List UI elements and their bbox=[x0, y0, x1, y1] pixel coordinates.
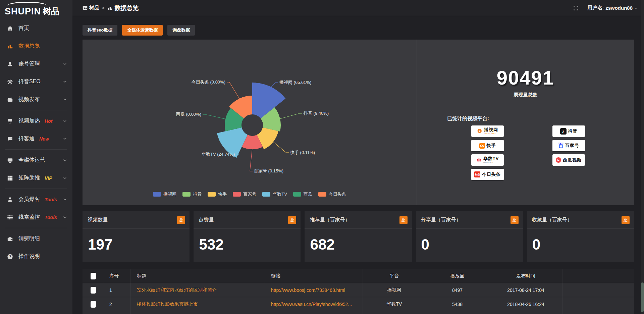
chat-icon bbox=[7, 136, 13, 142]
legend-item-1[interactable]: 抖音 bbox=[182, 191, 202, 197]
logo-arc-icon bbox=[7, 2, 47, 6]
video-title-link[interactable]: 楼体投影灯投影效果震撼上市 bbox=[131, 297, 265, 311]
video-url-link[interactable]: http://www.boosj.com/7338468.html bbox=[265, 283, 363, 297]
home-icon bbox=[7, 25, 13, 32]
app-logo[interactable]: SHUPIN 树品 bbox=[0, 0, 72, 19]
table-row-partial[interactable] bbox=[83, 311, 634, 314]
legend-item-6[interactable]: 今日头条 bbox=[318, 191, 346, 197]
sidebar-item-10[interactable]: 矩阵助推VIP bbox=[0, 169, 72, 187]
total-impressions-value: 90491 bbox=[417, 66, 634, 89]
stat-card-label: 视频数量 bbox=[88, 217, 108, 223]
douyin-icon: ♪ bbox=[560, 128, 567, 135]
legend-swatch bbox=[262, 192, 270, 197]
sidebar-item-7[interactable]: 抖客通New bbox=[0, 130, 72, 148]
stat-card-value: 197 bbox=[83, 229, 190, 253]
monitor-icon bbox=[7, 157, 13, 164]
user-menu[interactable]: 用户名: zswodun88 bbox=[587, 5, 638, 11]
page-scrollbar[interactable] bbox=[641, 0, 644, 314]
sidebar-item-badge: VIP bbox=[45, 175, 52, 181]
xigua-icon: ▶ bbox=[556, 157, 561, 163]
username: zswodun88 bbox=[605, 5, 633, 11]
total-impressions-label: 展现量总数 bbox=[417, 92, 634, 98]
legend-item-4[interactable]: 华数TV bbox=[262, 191, 287, 197]
breadcrumb-current: 数据总览 bbox=[107, 4, 139, 12]
sidebar-item-15[interactable]: 消费明细 bbox=[0, 230, 72, 248]
sidebar-item-4[interactable]: 视频发布 bbox=[0, 91, 72, 108]
chevron-down-icon bbox=[63, 215, 67, 219]
sidebar-item-badge: Hot bbox=[45, 118, 52, 124]
user-icon bbox=[7, 61, 13, 67]
sidebar-item-label: 首页 bbox=[18, 25, 29, 32]
select-all-checkbox[interactable] bbox=[91, 273, 96, 279]
legend-item-2[interactable]: 快手 bbox=[208, 191, 227, 197]
total-badge[interactable]: 总 bbox=[177, 216, 185, 224]
video-icon bbox=[7, 96, 13, 103]
stat-card-value: 682 bbox=[305, 229, 412, 253]
bar-chart-icon bbox=[7, 43, 13, 50]
total-badge[interactable]: 总 bbox=[511, 216, 519, 224]
sidebar-item-1[interactable]: 数据总览 bbox=[0, 37, 72, 55]
row-checkbox[interactable] bbox=[91, 287, 96, 294]
summary-zone: 90491 展现量总数 已统计的视频平台: 播视网boosj.com快手华数TV… bbox=[417, 40, 634, 205]
fullscreen-icon[interactable] bbox=[573, 5, 579, 11]
platform-logos-right: ♪抖音百百家号▶西瓜视频 bbox=[552, 125, 585, 166]
sidebar-divider bbox=[5, 110, 67, 110]
stat-card-value: 532 bbox=[194, 229, 301, 253]
label-line bbox=[279, 113, 302, 119]
sidebar-item-label: 抖客通 bbox=[18, 135, 35, 142]
tab-0[interactable]: 抖音seo数据 bbox=[83, 25, 117, 36]
sidebar-item-12[interactable]: 会员爆客Tools bbox=[0, 191, 72, 208]
total-badge[interactable]: 总 bbox=[288, 216, 296, 224]
pie-label: 播视网 (65.61%) bbox=[279, 80, 311, 85]
legend-item-0[interactable]: 播视网 bbox=[153, 191, 176, 197]
legend-item-3[interactable]: 百家号 bbox=[233, 191, 256, 197]
sidebar-item-13[interactable]: 线索监控Tools bbox=[0, 208, 72, 226]
video-url-link[interactable]: http://www.wasu.cn/Play/show/id/952... bbox=[265, 297, 363, 311]
username-prefix: 用户名: bbox=[587, 5, 604, 11]
pie-label: 华数TV (24.74%) bbox=[202, 152, 235, 157]
pie-label: 抖音 (9.40%) bbox=[303, 111, 329, 116]
scrollbar-thumb[interactable] bbox=[641, 282, 644, 312]
grid-icon bbox=[7, 175, 13, 181]
total-badge[interactable]: 总 bbox=[622, 216, 630, 224]
sidebar-item-2[interactable]: 账号管理 bbox=[0, 55, 72, 73]
chevron-down-icon bbox=[63, 119, 67, 123]
sidebar-item-3[interactable]: 抖音SEO bbox=[0, 73, 72, 91]
svg-text:?: ? bbox=[9, 255, 11, 259]
breadcrumb-root[interactable]: 树品 bbox=[83, 5, 99, 11]
pie-label: 今日头条 (0.00%) bbox=[192, 80, 225, 85]
sidebar-item-label: 账号管理 bbox=[18, 60, 40, 67]
toutiao-logo: 头条今日头条 bbox=[471, 169, 504, 180]
sidebar-item-6[interactable]: 视频加热Hot bbox=[0, 112, 72, 130]
total-badge[interactable]: 总 bbox=[399, 216, 408, 224]
pie-label: 百家号 (0.15%) bbox=[254, 168, 283, 173]
table-header: 序号标题链接平台播放量发布时间 bbox=[83, 269, 634, 283]
stat-card-4: 收藏量（百家号）总0 bbox=[527, 211, 634, 262]
table-row-1[interactable]: 2楼体投影灯投影效果震撼上市http://www.wasu.cn/Play/sh… bbox=[83, 297, 634, 311]
tab-2[interactable]: 询盘数据 bbox=[167, 25, 195, 36]
sidebar-item-badge: New bbox=[39, 136, 49, 142]
stat-cards-row: 视频数量总197点赞量总532推荐量（百家号）总682分享量（百家号）总0收藏量… bbox=[83, 211, 634, 262]
sidebar-item-9[interactable]: 全媒体运营 bbox=[0, 151, 72, 169]
chart-legend: 播视网抖音快手百家号华数TV西瓜今日头条 bbox=[83, 191, 417, 197]
sidebar-item-label: 抖音SEO bbox=[18, 78, 41, 85]
chevron-down-icon bbox=[63, 97, 67, 102]
gear-icon bbox=[7, 78, 13, 85]
sidebar-item-16[interactable]: ?操作说明 bbox=[0, 248, 72, 265]
rose-chart[interactable]: 播视网 (65.61%)抖音 (9.40%)快手 (0.11%)百家号 (0.1… bbox=[83, 40, 417, 205]
legend-swatch bbox=[182, 192, 191, 197]
label-line bbox=[203, 114, 226, 119]
pie-label: 快手 (0.11%) bbox=[290, 150, 315, 155]
table-row-0[interactable]: 1室外水纹灯和室内水纹灯的区别和简介http://www.boosj.com/7… bbox=[83, 283, 634, 297]
member-icon bbox=[7, 196, 13, 203]
tab-1[interactable]: 全媒体运营数据 bbox=[122, 25, 163, 36]
label-line bbox=[250, 149, 253, 171]
heat-board-icon bbox=[7, 118, 13, 124]
legend-item-5[interactable]: 西瓜 bbox=[293, 191, 312, 197]
sidebar-item-0[interactable]: 首页 bbox=[0, 19, 72, 37]
sidebar-divider bbox=[5, 189, 67, 189]
divider bbox=[436, 105, 614, 105]
legend-swatch bbox=[318, 192, 326, 197]
row-checkbox[interactable] bbox=[91, 301, 96, 308]
video-title-link[interactable]: 室外水纹灯和室内水纹灯的区别和简介 bbox=[131, 283, 265, 297]
